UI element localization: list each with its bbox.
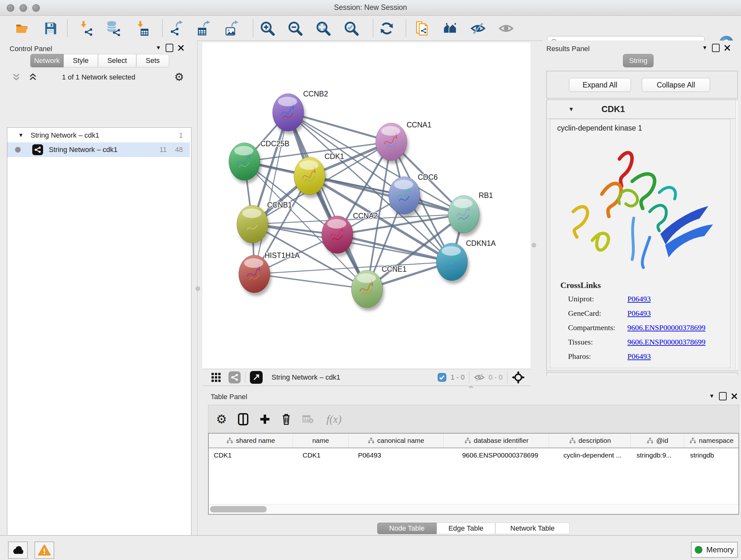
add-row-plus-icon[interactable]	[259, 414, 270, 425]
string-network-graph[interactable]: CCNB2CCNA1CDC25BCDK1CDC6RB1CCNB1CCNA2CDK…	[202, 43, 530, 369]
warnings-button[interactable]	[35, 542, 54, 559]
network-node-CCNB1[interactable]: CCNB1	[237, 201, 292, 246]
tree-expand-arrow-icon[interactable]: ▼	[18, 132, 23, 138]
tab-node-table[interactable]: Node Table	[377, 523, 436, 534]
tab-sets[interactable]: Sets	[136, 54, 169, 67]
memory-label: Memory	[706, 545, 734, 554]
table-panel-float-button[interactable]	[719, 392, 727, 400]
zoom-out-button[interactable]	[287, 20, 304, 37]
selected-checkbox-icon[interactable]	[437, 373, 447, 382]
results-panel-close-button[interactable]	[724, 45, 731, 51]
cell-description[interactable]: cyclin-dependent ...	[549, 448, 630, 462]
open-session-button[interactable]	[14, 20, 30, 37]
table-panel-close-button[interactable]	[731, 393, 738, 399]
tab-style[interactable]: Style	[64, 54, 98, 67]
pharos-link[interactable]: P06493	[627, 352, 651, 361]
zoom-in-button[interactable]	[259, 20, 276, 37]
detach-view-icon[interactable]	[250, 371, 263, 384]
birdseye-crosshair-icon[interactable]	[512, 371, 525, 384]
network-node-CCNA2[interactable]: CCNA2	[322, 212, 378, 257]
export-arrow-icon	[177, 20, 183, 27]
network-node-RB1[interactable]: RB1	[448, 191, 493, 236]
collapse-all-button[interactable]: Collapse All	[642, 78, 710, 92]
cell-name[interactable]: CDK1	[293, 448, 348, 462]
zoom-selected-button[interactable]	[343, 20, 360, 37]
columns-icon[interactable]	[238, 413, 249, 426]
crosslinks-heading: CrossLinks	[560, 281, 730, 290]
import-network-database-button[interactable]	[105, 20, 121, 37]
save-session-button[interactable]	[42, 20, 59, 37]
memory-button[interactable]: Memory	[691, 542, 738, 558]
cell-canonical-name[interactable]: P06493	[348, 448, 444, 462]
left-divider-grip[interactable]	[196, 287, 200, 291]
zoom-fit-button[interactable]	[315, 20, 332, 37]
uniprot-link[interactable]: P06493	[627, 295, 651, 303]
results-panel-collapse-button[interactable]: ▼	[702, 45, 708, 51]
column-header-namespace[interactable]: namespace	[684, 434, 738, 448]
network-collection-row[interactable]: ▼ String Network – cdk1 1	[7, 128, 190, 142]
table-gear-icon[interactable]: ⚙	[216, 412, 227, 426]
node-result-header[interactable]: ▼ CDK1	[547, 100, 738, 119]
network-canvas[interactable]: CCNB2CCNA1CDC25BCDK1CDC6RB1CCNB1CCNA2CDK…	[202, 43, 530, 369]
delete-trash-icon[interactable]	[281, 413, 291, 425]
right-divider-grip[interactable]	[532, 243, 536, 247]
tissues-link[interactable]: 9606.ENSP00000378699	[627, 338, 705, 347]
network-node-CDKN1A[interactable]: CDKN1A	[436, 239, 496, 284]
column-header-id[interactable]: @id	[631, 434, 684, 448]
network-row-selected[interactable]: String Network – cdk1 11 48	[7, 142, 190, 157]
table-panel-collapse-button[interactable]: ▼	[709, 393, 715, 399]
scrollbar-thumb[interactable]	[210, 506, 267, 512]
network-node-CCNB2[interactable]: CCNB2	[273, 90, 328, 134]
grid-view-icon[interactable]	[211, 372, 221, 383]
network-edge-CCNB2-CCNE1[interactable]	[288, 112, 367, 289]
network-node-HIST1H1A[interactable]: HIST1H1A	[239, 251, 300, 296]
tab-network-table[interactable]: Network Table	[495, 523, 569, 534]
collapse-entry-arrow-icon[interactable]: ▼	[568, 106, 574, 113]
results-scrollbar-track[interactable]	[736, 100, 738, 370]
tab-string[interactable]: String	[623, 54, 654, 67]
node-label-CDC25B: CDC25B	[260, 139, 289, 148]
expand-all-button[interactable]: Expand All	[569, 78, 631, 92]
column-header-name[interactable]: name	[293, 434, 348, 448]
tab-edge-table[interactable]: Edge Table	[436, 523, 495, 534]
refresh-icon	[380, 21, 394, 36]
network-node-CCNA1[interactable]: CCNA1	[376, 121, 431, 164]
show-all-networks-button[interactable]	[442, 20, 459, 37]
column-header-database-identifier[interactable]: database identifier	[444, 434, 549, 448]
cell-shared-name[interactable]: CDK1	[209, 448, 293, 462]
network-edge-CDK1-RB1[interactable]	[310, 176, 464, 214]
cloud-status-button[interactable]	[8, 542, 28, 559]
column-header-canonical-name[interactable]: canonical name	[348, 434, 444, 448]
hidden-node-edge-counts: 0 - 0	[488, 373, 502, 381]
tab-network[interactable]: Network	[30, 54, 64, 67]
genecard-link[interactable]: P06493	[627, 309, 651, 318]
results-panel-float-button[interactable]	[712, 44, 720, 52]
table-row[interactable]: CDK1 CDK1 P06493 9606.ENSP00000378699 cy…	[209, 448, 738, 462]
compartments-link[interactable]: 9606.ENSP00000378699	[627, 323, 705, 332]
control-panel-close-button[interactable]	[178, 45, 184, 51]
network-edge-CCNB2-HIST1H1A[interactable]	[254, 112, 288, 274]
refresh-layout-button[interactable]	[379, 20, 395, 37]
control-panel-collapse-button[interactable]: ▼	[156, 45, 161, 51]
network-options-gear-icon[interactable]: ⚙	[174, 71, 184, 83]
network-share-view-icon[interactable]	[228, 371, 241, 383]
node-result-card: ▼ CDK1 cyclin-dependent kinase 1	[546, 100, 738, 371]
hidden-eye-icon[interactable]	[474, 372, 485, 383]
network-selection-status: 1 of 1 Network selected	[0, 73, 197, 81]
tab-select[interactable]: Select	[98, 54, 136, 67]
table-horizontal-scrollbar[interactable]	[209, 504, 738, 514]
cell-namespace[interactable]: stringdb	[684, 448, 738, 462]
cell-id[interactable]: stringdb:9...	[631, 448, 684, 462]
clone-network-button[interactable]	[414, 20, 430, 37]
show-hidden-button[interactable]	[498, 20, 515, 37]
column-header-shared-name[interactable]: shared name	[209, 434, 293, 448]
import-table-file-button[interactable]	[133, 20, 150, 37]
hide-unhide-button[interactable]	[470, 20, 486, 37]
control-panel-float-button[interactable]	[165, 44, 173, 52]
export-table-button[interactable]	[196, 20, 212, 37]
export-network-button[interactable]	[169, 20, 185, 37]
cell-database-identifier[interactable]: 9606.ENSP00000378699	[444, 448, 549, 462]
export-image-button[interactable]	[224, 20, 241, 37]
column-header-description[interactable]: description	[549, 434, 630, 448]
import-network-file-button[interactable]	[77, 20, 94, 37]
